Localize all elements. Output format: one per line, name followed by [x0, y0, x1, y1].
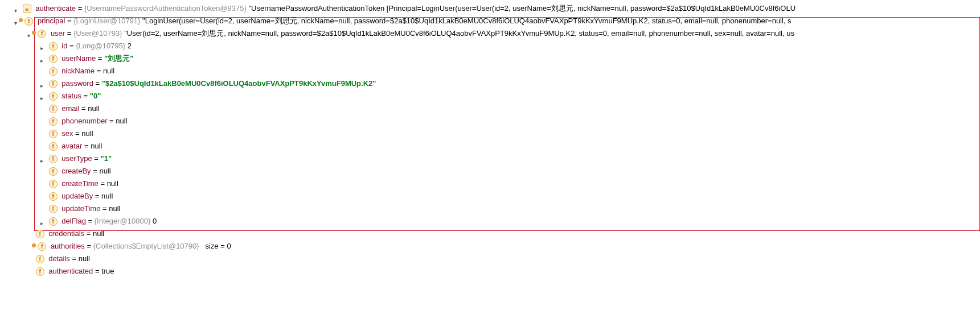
var-name: delFlag: [61, 217, 86, 225]
field-icon: [49, 105, 58, 113]
size-label: size: [201, 242, 218, 250]
equals-op: =: [87, 229, 93, 238]
tree-row-authenticated[interactable]: ▸ authenticated = true: [0, 265, 980, 278]
var-value: 2: [128, 42, 132, 50]
field-icon: [49, 180, 58, 188]
tree-row-userName[interactable]: ▸ userName = "刘思元": [0, 52, 980, 65]
var-value: null: [107, 179, 118, 188]
tree-row-password[interactable]: ▸ password = "$2a$10$UqId1kLakB0eMU0Cv8f…: [0, 77, 980, 90]
chevron-right-icon[interactable]: ▸: [38, 92, 46, 100]
tree-row-email[interactable]: ▸ email = null: [0, 102, 980, 115]
tree-row-updateBy[interactable]: ▸ updateBy = null: [0, 190, 980, 202]
tree-row-createTime[interactable]: ▸ createTime = null: [0, 177, 980, 190]
field-icon: [49, 117, 58, 126]
equals-op: =: [100, 179, 106, 188]
equals-op: =: [97, 67, 103, 75]
equals-op: =: [109, 117, 116, 125]
equals-op: =: [94, 154, 100, 163]
var-name: updateTime: [61, 204, 100, 213]
var-name: authenticated: [48, 267, 93, 275]
tree-row-updateTime[interactable]: ▸ updateTime = null: [0, 202, 980, 215]
tree-row-principal[interactable]: ▾ principal = {LoginUser@10791} "LoginUs…: [0, 15, 980, 27]
tree-row-credentials[interactable]: ▸ credentials = null: [0, 228, 980, 240]
var-name: details: [48, 254, 70, 263]
tree-row-sex[interactable]: ▸ sex = null: [0, 127, 980, 140]
var-value: null: [116, 117, 127, 125]
chevron-right-icon[interactable]: ▸: [38, 55, 46, 63]
field-icon: [49, 55, 58, 63]
equals-op: =: [84, 92, 90, 100]
tree-row-status[interactable]: ▸ status = "0": [0, 90, 980, 102]
field-icon: [49, 142, 58, 151]
field-icon: [49, 130, 58, 138]
variables-tree: ▾ authenticate = {UsernamePasswordAuthen…: [0, 0, 980, 282]
var-name: userType: [61, 154, 92, 163]
tree-row-user[interactable]: ▾ user = {User@10793} "User(id=2, userNa…: [0, 27, 980, 40]
field-icon: [49, 67, 58, 76]
equals-op: =: [220, 242, 227, 250]
var-value: "LoginUser(user=User(id=2, userName=刘思元,…: [142, 16, 792, 25]
equals-op: =: [78, 4, 84, 13]
var-name: avatar: [61, 142, 82, 150]
chevron-down-icon[interactable]: ▾: [11, 17, 19, 25]
equals-op: =: [72, 254, 78, 263]
field-icon: [24, 17, 33, 26]
chevron-right-icon[interactable]: ▸: [38, 80, 46, 88]
chevron-right-icon[interactable]: ▸: [38, 155, 46, 163]
var-name: createBy: [61, 167, 91, 175]
chevron-down-icon[interactable]: ▾: [24, 30, 32, 38]
equals-op: =: [98, 54, 104, 63]
field-icon: [49, 205, 58, 213]
var-type: {Long@10795}: [76, 42, 125, 50]
var-value: "刘思元": [104, 54, 133, 63]
var-value: null: [81, 129, 93, 138]
var-name: id: [61, 42, 67, 50]
tree-row-authorities[interactable]: ▸ authorities = {Collections$EmptyList@1…: [0, 240, 980, 253]
var-name: status: [61, 92, 81, 100]
var-value: null: [91, 142, 102, 150]
var-name: principal: [38, 16, 65, 25]
tree-row-nickName[interactable]: ▸ nickName = null: [0, 65, 980, 77]
var-name: email: [61, 104, 79, 113]
var-value: "UsernamePasswordAuthenticationToken [Pr…: [249, 4, 796, 13]
field-icon: [36, 230, 44, 238]
field-icon: [49, 42, 58, 51]
tree-row-details[interactable]: ▸ details = null: [0, 253, 980, 265]
equals-op: =: [102, 204, 109, 213]
var-name: updateBy: [61, 192, 93, 200]
field-icon: [36, 267, 44, 276]
var-value: null: [109, 204, 120, 213]
var-name: nickName: [61, 67, 95, 75]
var-value: 0: [153, 217, 157, 225]
var-value: null: [88, 104, 99, 113]
field-icon: [49, 155, 58, 163]
var-value: "1": [101, 154, 112, 163]
var-name: authenticate: [35, 4, 76, 13]
chevron-right-icon[interactable]: ▸: [38, 217, 46, 225]
tree-row-avatar[interactable]: ▸ avatar = null: [0, 140, 980, 152]
var-value: "0": [90, 92, 101, 100]
var-value: null: [79, 254, 90, 263]
var-type: {UsernamePasswordAuthenticationToken@937…: [84, 4, 247, 13]
tree-row-id[interactable]: ▸ id = {Long@10795} 2: [0, 40, 980, 52]
chevron-down-icon[interactable]: ▾: [11, 5, 19, 13]
equals-op: =: [95, 192, 101, 200]
var-name: user: [51, 29, 65, 38]
tree-row-authenticate[interactable]: ▾ authenticate = {UsernamePasswordAuthen…: [0, 2, 980, 15]
chevron-right-icon[interactable]: ▸: [38, 42, 46, 50]
var-type: {Collections$EmptyList@10790}: [93, 242, 199, 250]
var-name: phonenumber: [61, 117, 107, 125]
var-value: null: [93, 229, 104, 238]
equals-op: =: [96, 79, 102, 88]
equals-op: =: [95, 267, 101, 275]
equals-op: =: [93, 167, 99, 175]
var-value: null: [103, 67, 114, 75]
tree-row-delFlag[interactable]: ▸ delFlag = {Integer@10800} 0: [0, 215, 980, 228]
tree-row-phonenumber[interactable]: ▸ phonenumber = null: [0, 115, 980, 127]
tree-row-createBy[interactable]: ▸ createBy = null: [0, 165, 980, 177]
field-icon: [36, 255, 44, 263]
tree-row-userType[interactable]: ▸ userType = "1": [0, 152, 980, 165]
equals-op: =: [88, 217, 95, 225]
field-icon: [49, 167, 58, 176]
equals-op: =: [67, 16, 73, 25]
